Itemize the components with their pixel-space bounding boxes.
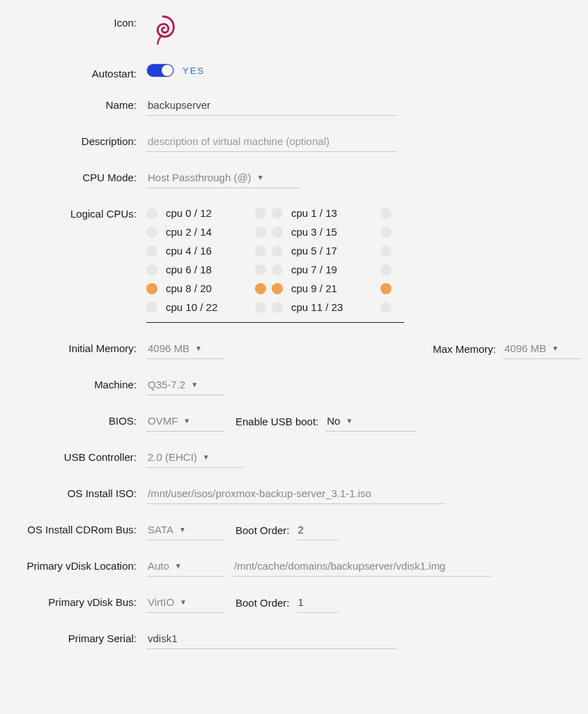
cpu-label: cpu 7 / 19 <box>291 264 337 275</box>
cpu-toggle[interactable]: cpu 0 / 12 <box>146 207 272 219</box>
cpu-indicator-icon <box>146 245 157 257</box>
description-input[interactable] <box>146 131 397 152</box>
cpu-indicator-icon <box>255 264 266 275</box>
autostart-label: Autostart: <box>7 63 146 79</box>
cpu-label: cpu 5 / 17 <box>291 245 337 257</box>
chevron-down-icon: ▼ <box>175 562 185 570</box>
cpu-toggle[interactable]: cpu 7 / 19 <box>272 264 397 275</box>
chevron-down-icon: ▼ <box>257 174 267 181</box>
autostart-toggle-text: YES <box>183 66 205 76</box>
chevron-down-icon: ▼ <box>179 526 189 533</box>
cpu-indicator-icon <box>272 283 283 294</box>
name-input[interactable] <box>146 95 397 116</box>
cpu-indicator-icon <box>272 264 283 275</box>
cpu-label: cpu 11 / 23 <box>291 301 343 313</box>
primary-vdisk-location-select[interactable]: Auto ▼ <box>146 556 224 577</box>
cpu-mode-label: CPU Mode: <box>7 167 146 183</box>
cpu-indicator-icon <box>255 227 266 238</box>
enable-usb-boot-select[interactable]: No ▼ <box>325 411 416 432</box>
cpu-label: cpu 9 / 21 <box>291 282 337 294</box>
vdisk-boot-order-input[interactable] <box>297 592 339 613</box>
cpu-label: cpu 3 / 15 <box>291 226 337 238</box>
enable-usb-boot-label: Enable USB boot: <box>235 416 318 427</box>
cpu-indicator-icon <box>146 208 157 219</box>
chevron-down-icon: ▼ <box>552 344 562 352</box>
cpu-indicator-icon <box>272 302 283 313</box>
description-label: Description: <box>7 131 146 147</box>
primary-serial-input[interactable] <box>146 628 397 649</box>
debian-swirl-icon[interactable] <box>146 13 180 48</box>
cpu-indicator-icon <box>146 302 157 313</box>
cpu-toggle[interactable]: cpu 11 / 23 <box>272 301 397 313</box>
cpu-indicator-icon <box>272 245 283 257</box>
primary-vdisk-location-label: Primary vDisk Location: <box>7 556 146 572</box>
bios-label: BIOS: <box>7 411 146 427</box>
cpu-label: cpu 4 / 16 <box>166 245 212 257</box>
cpu-mode-select[interactable]: Host Passthrough (@) ▼ <box>146 167 300 188</box>
icon-label: Icon: <box>7 13 146 29</box>
cpu-grid: cpu 0 / 12cpu 1 / 13cpu 2 / 14cpu 3 / 15… <box>146 204 404 323</box>
usb-controller-select[interactable]: 2.0 (EHCI) ▼ <box>146 447 244 468</box>
chevron-down-icon: ▼ <box>346 417 355 425</box>
cpu-toggle[interactable]: cpu 6 / 18 <box>146 264 272 275</box>
cpu-indicator-icon <box>255 208 266 219</box>
cpu-label: cpu 8 / 20 <box>166 282 212 294</box>
usb-controller-label: USB Controller: <box>7 447 146 463</box>
chevron-down-icon: ▼ <box>180 598 189 606</box>
cpu-indicator-icon <box>272 208 283 219</box>
os-install-cdrom-bus-label: OS Install CDRom Bus: <box>7 519 146 536</box>
cpu-label: cpu 2 / 14 <box>166 226 212 238</box>
cpu-indicator-icon <box>380 245 392 257</box>
cpu-toggle[interactable]: cpu 3 / 15 <box>272 226 397 238</box>
cpu-indicator-icon <box>146 264 157 275</box>
os-install-iso-label: OS Install ISO: <box>7 483 146 499</box>
cpu-toggle[interactable]: cpu 5 / 17 <box>272 245 397 257</box>
chevron-down-icon: ▼ <box>195 344 205 352</box>
primary-vdisk-bus-label: Primary vDisk Bus: <box>7 592 146 608</box>
cpu-label: cpu 10 / 22 <box>166 301 217 313</box>
cpu-toggle[interactable]: cpu 9 / 21 <box>272 282 397 294</box>
primary-vdisk-path-input[interactable] <box>233 556 490 577</box>
logical-cpus-label: Logical CPUs: <box>7 204 146 220</box>
primary-vdisk-bus-select[interactable]: VirtIO ▼ <box>146 592 224 613</box>
cpu-toggle[interactable]: cpu 10 / 22 <box>146 301 272 313</box>
name-label: Name: <box>7 95 146 111</box>
cpu-toggle[interactable]: cpu 4 / 16 <box>146 245 272 257</box>
cpu-toggle[interactable]: cpu 8 / 20 <box>146 282 272 294</box>
vdisk-boot-order-label: Boot Order: <box>235 597 290 609</box>
initial-memory-select[interactable]: 4096 MB ▼ <box>146 338 224 359</box>
cpu-indicator-icon <box>380 264 392 275</box>
machine-label: Machine: <box>7 374 146 390</box>
chevron-down-icon: ▼ <box>191 381 201 388</box>
primary-serial-label: Primary Serial: <box>7 628 146 644</box>
os-install-cdrom-bus-select[interactable]: SATA ▼ <box>146 519 224 540</box>
initial-memory-label: Initial Memory: <box>7 338 146 354</box>
bios-select[interactable]: OVMF ▼ <box>146 411 224 432</box>
cpu-label: cpu 6 / 18 <box>166 264 212 275</box>
cpu-indicator-icon <box>380 302 392 313</box>
cpu-indicator-icon <box>146 283 157 294</box>
max-memory-label: Max Memory: <box>433 343 496 355</box>
cpu-label: cpu 1 / 13 <box>291 207 337 219</box>
cdrom-boot-order-input[interactable] <box>297 519 339 540</box>
cpu-indicator-icon <box>272 227 283 238</box>
autostart-toggle[interactable] <box>146 63 174 77</box>
cpu-indicator-icon <box>146 227 157 238</box>
cpu-indicator-icon <box>380 283 392 294</box>
chevron-down-icon: ▼ <box>203 453 212 461</box>
chevron-down-icon: ▼ <box>183 417 193 425</box>
max-memory-select[interactable]: 4096 MB ▼ <box>503 338 581 359</box>
machine-select[interactable]: Q35-7.2 ▼ <box>146 374 224 395</box>
cpu-label: cpu 0 / 12 <box>166 207 212 219</box>
cpu-toggle[interactable]: cpu 1 / 13 <box>272 207 397 219</box>
cdrom-boot-order-label: Boot Order: <box>235 524 290 536</box>
cpu-indicator-icon <box>255 283 266 294</box>
cpu-indicator-icon <box>255 245 266 257</box>
cpu-indicator-icon <box>380 227 392 238</box>
os-install-iso-input[interactable] <box>146 483 446 504</box>
cpu-toggle[interactable]: cpu 2 / 14 <box>146 226 272 238</box>
cpu-indicator-icon <box>380 208 392 219</box>
cpu-indicator-icon <box>255 302 266 313</box>
